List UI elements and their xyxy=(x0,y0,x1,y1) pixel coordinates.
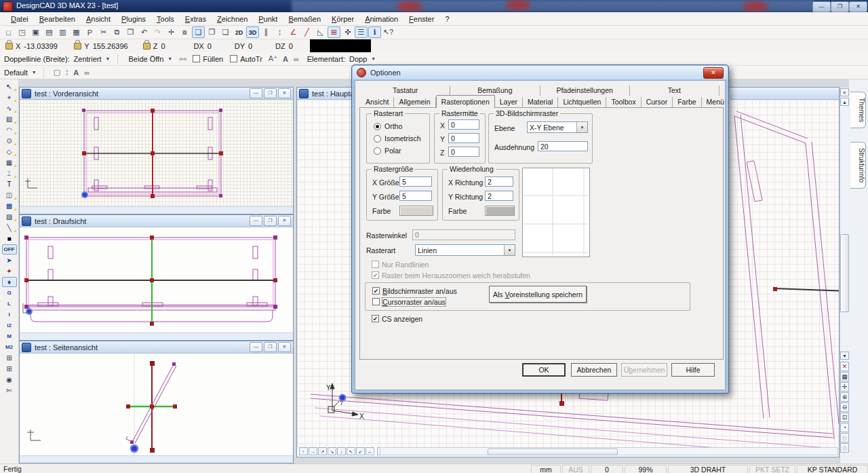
top-view-titlebar[interactable]: test : Draufsicht — ❐ ✕ xyxy=(20,215,293,227)
page-setup-icon[interactable]: P xyxy=(83,26,96,38)
glasses-icon[interactable]: ∞ xyxy=(84,69,90,77)
hilfe-button[interactable]: Hilfe xyxy=(671,363,715,377)
coord-x-value[interactable]: -13.03399 xyxy=(24,42,59,50)
menu-datei[interactable]: Datei xyxy=(5,13,34,25)
move-icon[interactable]: ✛ xyxy=(165,26,178,38)
lamp-icon[interactable]: ♦ xyxy=(2,277,17,287)
select-arrow-icon[interactable]: ↖ xyxy=(2,81,17,92)
light-g-icon[interactable]: G xyxy=(2,288,17,298)
light-i-icon[interactable]: I xyxy=(2,309,17,320)
viewport-single-icon[interactable]: ❑ xyxy=(192,26,205,38)
dialog-tab-cursor[interactable]: Cursor xyxy=(642,97,673,108)
grid-a-icon[interactable]: ⊞ xyxy=(2,353,17,363)
scrollbar-thumb[interactable] xyxy=(488,449,618,455)
image-icon[interactable]: ▦ xyxy=(2,157,17,168)
bildschirmraster-checkbox[interactable]: ✔Bildschirmraster an/aus xyxy=(372,287,457,295)
menu-animation[interactable]: Animation xyxy=(359,13,403,25)
grid-color-swatch[interactable] xyxy=(399,206,433,216)
restore-button[interactable]: ❐ xyxy=(264,88,277,98)
cursorraster-checkbox[interactable]: Cursorraster an/aus xyxy=(372,298,446,306)
menu-plugins[interactable]: Plugins xyxy=(116,13,151,25)
dialog-tab-toolbox[interactable]: Toolbox xyxy=(606,97,641,108)
angle-snap-icon[interactable]: ∠ xyxy=(287,26,300,38)
paste-icon[interactable]: ❐ xyxy=(124,26,137,38)
coord-dz-value[interactable]: 0 xyxy=(289,42,307,50)
triangle-icon[interactable]: ◺ xyxy=(314,26,327,38)
y-size-field[interactable]: 5 xyxy=(399,191,432,201)
font-superscript-icon[interactable]: A⁺ xyxy=(269,54,277,63)
menu-fenster[interactable]: Fenster xyxy=(403,13,439,25)
lock-x-icon[interactable] xyxy=(5,43,13,50)
top-view-canvas[interactable] xyxy=(20,227,293,333)
info-panel-icon[interactable]: ☰ xyxy=(355,26,368,38)
rastermitte-z-field[interactable]: 0 xyxy=(448,147,479,157)
side-view-canvas[interactable] xyxy=(20,354,293,456)
trim-style-icon[interactable]: ⧟ xyxy=(179,54,186,63)
dialog-tab-menü[interactable]: Menü xyxy=(702,97,730,108)
duplicate-icon[interactable]: ⧇ xyxy=(178,26,191,38)
trim-tool-icon[interactable]: ✄ xyxy=(2,385,17,396)
lock-z-icon[interactable] xyxy=(143,43,151,50)
line-snap-icon[interactable]: ╱ xyxy=(300,26,313,38)
light-m2-icon[interactable]: M2 xyxy=(2,342,17,352)
hatch-icon[interactable]: ▨ xyxy=(2,212,17,222)
alignment-combobox[interactable]: Zentriert▼ xyxy=(74,55,111,63)
copy-icon[interactable]: ⧉ xyxy=(111,26,123,38)
snap-off-button[interactable]: OFF xyxy=(2,244,17,254)
light-l-icon[interactable]: L xyxy=(2,299,17,309)
radio-isometrisch[interactable]: Isometrisch xyxy=(374,134,421,143)
ok-button[interactable]: OK xyxy=(522,363,566,377)
light-m-icon[interactable]: M xyxy=(2,331,17,341)
front-view-titlebar[interactable]: test : Vorderansicht — ❐ ✕ xyxy=(20,88,293,100)
dialog-tab-pfadeinstellungen[interactable]: Pfadeinstellungen xyxy=(540,86,630,96)
pick-icon[interactable]: ✦ xyxy=(2,266,17,276)
restore-button[interactable]: ❐ xyxy=(264,342,277,352)
pointer-blue-icon[interactable]: ➤ xyxy=(2,255,17,265)
viewport-quad-icon[interactable]: ❏ xyxy=(219,26,232,38)
main-vertical-scrollbar[interactable]: ✕ ▲ ▼ ✕▦✛⊕⊖⊡◔◎◎ xyxy=(840,88,849,463)
menu-krper[interactable]: Körper xyxy=(326,13,359,25)
pan-button-7[interactable]: ↔ xyxy=(366,447,374,455)
zoom-extents-icon[interactable]: ◎ xyxy=(840,443,849,453)
spacing-icon[interactable]: ⁞ xyxy=(66,69,68,77)
style-combobox[interactable]: Default▼ xyxy=(4,69,37,77)
rastermitte-x-field[interactable]: 0 xyxy=(448,119,479,130)
pan-icon[interactable]: ✛ xyxy=(840,382,849,392)
ebene-dropdown[interactable]: X-Y Ebene▼ xyxy=(527,121,588,133)
close-view-icon[interactable]: ✕ xyxy=(840,362,849,371)
print-preview-icon[interactable]: ▦ xyxy=(70,26,83,38)
sheet-icon[interactable]: ▢ xyxy=(54,68,60,77)
arc-icon[interactable]: ◠ xyxy=(2,125,17,135)
coord-dx-value[interactable]: 0 xyxy=(208,42,225,50)
dialog-tab-ansicht[interactable]: Ansicht xyxy=(361,97,394,108)
element-type-combobox[interactable]: Dopp▼ xyxy=(349,55,376,63)
font-icon[interactable]: A xyxy=(283,55,288,63)
x-size-field[interactable]: 5 xyxy=(399,176,432,187)
zoom-window-icon[interactable]: ⊡ xyxy=(840,413,849,422)
open-folder-icon[interactable]: ◳ xyxy=(16,26,28,38)
menu-tools[interactable]: Tools xyxy=(151,13,180,25)
mode-2d-icon[interactable]: 2D xyxy=(233,26,245,38)
mode-3d-icon[interactable]: 3D xyxy=(246,26,259,38)
viewport-split-icon[interactable]: ❒ xyxy=(205,26,218,38)
pan-button-2[interactable]: ↗ xyxy=(318,447,327,455)
export-icon[interactable]: ▥ xyxy=(56,26,69,38)
scroll-down-button[interactable]: ▼ xyxy=(840,352,849,360)
info-icon[interactable]: ℹ xyxy=(368,26,381,38)
save-preset-button[interactable]: Als Voreinstellung speichern xyxy=(489,286,587,303)
dialog-tab-layer[interactable]: Layer xyxy=(495,97,523,108)
lock-y-icon[interactable] xyxy=(74,43,81,50)
y-direction-field[interactable]: 2 xyxy=(485,191,513,201)
font-icon[interactable]: A xyxy=(73,69,79,77)
undo-icon[interactable]: ↶ xyxy=(138,26,151,38)
minimize-button[interactable]: — xyxy=(812,1,831,12)
dialog-tab-lichtquellen[interactable]: Lichtquellen xyxy=(558,97,606,108)
dialog-tab-material[interactable]: Material xyxy=(523,97,558,108)
text-icon[interactable]: T xyxy=(2,179,17,189)
repeat-color-swatch[interactable] xyxy=(485,206,515,216)
radio-polar[interactable]: Polar xyxy=(374,147,401,155)
line-icon[interactable]: ╲ xyxy=(2,223,17,233)
menu-punkt[interactable]: Punkt xyxy=(253,13,283,25)
abbrechen-button[interactable]: Abbrechen xyxy=(571,363,617,377)
section-icon[interactable]: ⌶ xyxy=(2,168,17,178)
